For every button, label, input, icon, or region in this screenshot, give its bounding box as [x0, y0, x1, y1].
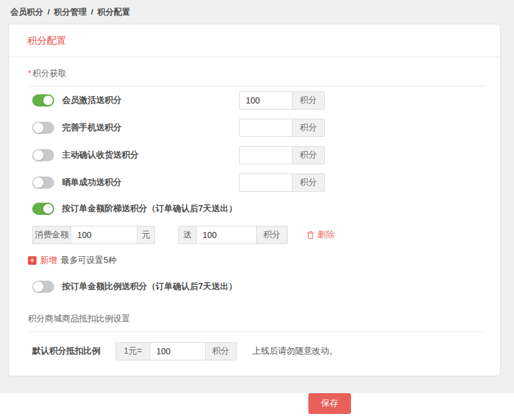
points-unit-addon: 积分	[292, 173, 325, 192]
points-unit-addon: 积分	[292, 91, 325, 110]
toggle-member-activation[interactable]	[32, 94, 54, 107]
give-label-addon: 送	[178, 226, 196, 244]
share-order-points-input[interactable]	[239, 173, 293, 192]
section-header-deduction: 积分商城商品抵扣比例设置	[28, 312, 484, 324]
spend-amount-group: 消费金额 元	[32, 226, 155, 244]
ratio-points-input[interactable]	[150, 342, 206, 360]
points-unit-addon: 积分	[292, 146, 325, 164]
breadcrumb: 会员积分/ 积分管理/ 积分配置	[0, 0, 514, 18]
yuan-equals-addon: 1元=	[116, 342, 150, 360]
points-config-card: 积分配置 *积分获取 会员激活送积分 积分 完善手机送积分 积分	[9, 24, 501, 376]
row-member-activation: 会员激活送积分 积分	[28, 86, 484, 114]
add-tier-row: + 新增 最多可设置5种	[28, 254, 484, 267]
card-body: *积分获取 会员激活送积分 积分 完善手机送积分 积分 主动确认收货送积分	[9, 57, 500, 376]
points-input-group: 积分	[239, 173, 325, 192]
toggle-knob	[43, 95, 54, 106]
add-label: 新增	[40, 255, 57, 266]
delete-tier-link[interactable]: 删除	[307, 229, 335, 240]
default-ratio-label: 默认积分抵扣比例	[32, 346, 116, 357]
ratio-warning-note: 上线后请勿随意改动。	[252, 346, 338, 357]
toggle-share-order[interactable]	[32, 177, 54, 189]
toggle-knob	[33, 122, 44, 133]
row-label: 按订单金额阶梯送积分（订单确认后7天送出）	[62, 203, 237, 214]
toggle-knob	[33, 177, 44, 188]
points-input-group: 积分	[239, 119, 325, 137]
row-label: 晒单成功送积分	[62, 177, 122, 188]
toggle-tiered-points[interactable]	[32, 203, 54, 215]
row-label: 完善手机送积分	[62, 122, 122, 133]
ratio-input-group: 1元= 积分	[116, 342, 237, 360]
complete-phone-points-input[interactable]	[239, 119, 293, 137]
plus-icon: +	[28, 256, 36, 265]
toggle-knob	[33, 281, 44, 292]
toggle-confirm-receipt[interactable]	[32, 149, 54, 161]
default-ratio-row: 默认积分抵扣比例 1元= 积分 上线后请勿随意改动。	[28, 341, 484, 361]
points-unit-addon: 积分	[205, 342, 237, 360]
breadcrumb-item-points-management[interactable]: 积分管理	[54, 7, 87, 16]
tier-setting-row: 消费金额 元 送 积分 删除	[32, 225, 484, 245]
points-unit-addon: 积分	[256, 226, 288, 244]
add-tier-link[interactable]: + 新增	[28, 255, 57, 266]
row-label: 按订单金额比例送积分（订单确认后7天送出）	[62, 281, 237, 292]
trash-icon	[307, 231, 314, 239]
section-deduction: 积分商城商品抵扣比例设置 默认积分抵扣比例 1元= 积分 上线后请勿随意改动。	[28, 312, 484, 361]
row-complete-phone: 完善手机送积分 积分	[28, 114, 484, 141]
points-unit-addon: 积分	[292, 119, 325, 137]
row-confirm-receipt: 主动确认收货送积分 积分	[28, 141, 484, 169]
footer-action-bar: 保存	[0, 393, 514, 420]
points-input-group: 积分	[239, 91, 325, 110]
points-input-group: 积分	[239, 146, 325, 164]
section-header-acquire-label: 积分获取	[32, 68, 66, 78]
row-share-order: 晒单成功送积分 积分	[28, 169, 484, 196]
confirm-receipt-points-input[interactable]	[239, 146, 293, 164]
breadcrumb-item-member-points[interactable]: 会员积分	[10, 7, 43, 16]
section-header-acquire: *积分获取	[28, 67, 484, 79]
breadcrumb-item-points-config: 积分配置	[97, 7, 130, 16]
section-divider	[28, 331, 485, 332]
toggle-knob	[43, 203, 54, 214]
row-tiered-points: 按订单金额阶梯送积分（订单确认后7天送出）	[28, 196, 484, 222]
page-title: 积分配置	[27, 35, 482, 47]
spend-amount-label-addon: 消费金额	[32, 226, 71, 244]
row-label: 会员激活送积分	[62, 95, 122, 106]
required-asterisk: *	[28, 68, 31, 78]
give-points-input[interactable]	[196, 226, 257, 244]
toggle-proportional-points[interactable]	[32, 281, 54, 293]
member-activation-points-input[interactable]	[239, 91, 293, 110]
toggle-complete-phone[interactable]	[32, 122, 54, 134]
give-points-group: 送 积分	[178, 226, 288, 244]
delete-label: 删除	[318, 229, 335, 240]
yuan-unit-addon: 元	[137, 226, 155, 244]
breadcrumb-separator: /	[91, 7, 94, 16]
breadcrumb-separator: /	[47, 7, 50, 16]
max-tiers-hint: 最多可设置5种	[61, 255, 117, 266]
spend-amount-input[interactable]	[71, 226, 137, 244]
row-label: 主动确认收货送积分	[62, 150, 139, 161]
card-header: 积分配置	[9, 24, 500, 57]
toggle-knob	[33, 150, 44, 161]
row-proportional-points: 按订单金额比例送积分（订单确认后7天送出）	[28, 273, 484, 300]
save-button[interactable]: 保存	[308, 393, 351, 414]
